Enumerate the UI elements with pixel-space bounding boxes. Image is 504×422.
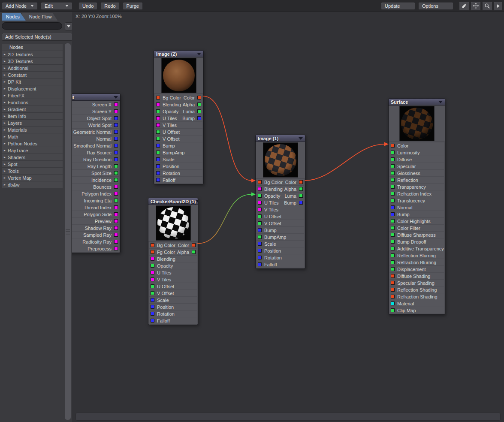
port-checkerboard2d-falloff-input[interactable] <box>151 319 154 323</box>
port-surface-color-highlights-input[interactable] <box>391 219 395 223</box>
port-input-bounces-output[interactable] <box>114 185 118 189</box>
port-image2-u-tiles-input[interactable] <box>156 116 160 120</box>
port-image1-v-tiles-input[interactable] <box>258 208 262 211</box>
port-surface-refraction-shading-input[interactable] <box>391 295 395 298</box>
port-input-preprocess-output[interactable] <box>114 247 118 250</box>
node-title-image2[interactable]: Image (2) <box>154 51 203 57</box>
port-surface-clip-map-input[interactable] <box>391 308 395 312</box>
port-image2-blending-input[interactable] <box>156 102 160 106</box>
port-surface-bump-input[interactable] <box>391 212 395 216</box>
port-surface-reflection-blurring-input[interactable] <box>391 253 395 257</box>
port-checkerboard2d-opacity-input[interactable] <box>151 264 154 268</box>
port-surface-diffuse-input[interactable] <box>391 157 395 161</box>
node-title-surface[interactable]: Surface <box>389 99 445 106</box>
port-image2-position-input[interactable] <box>156 164 160 168</box>
port-surface-reflection-input[interactable] <box>391 178 395 182</box>
tab-node-flow[interactable]: Node Flow <box>22 13 58 21</box>
port-image2-rotation-input[interactable] <box>156 171 160 175</box>
port-checkerboard2d-color-output[interactable] <box>192 243 196 247</box>
sidebar-item-displacement[interactable]: ►Displacement <box>2 85 63 92</box>
port-checkerboard2d-u-tiles-input[interactable] <box>151 271 154 274</box>
port-surface-color-filter-input[interactable] <box>391 226 395 230</box>
port-image2-bump-output[interactable] <box>197 116 201 120</box>
port-image1-bumpamp-input[interactable] <box>258 235 262 239</box>
port-image1-luma-output[interactable] <box>299 194 303 198</box>
pan-tool-button[interactable] <box>471 1 481 11</box>
sidebar-item-additional[interactable]: ►Additional <box>2 65 63 71</box>
port-image2-opacity-input[interactable] <box>156 109 160 113</box>
port-image2-scale-input[interactable] <box>156 157 160 161</box>
sidebar-item-shaders[interactable]: ►Shaders <box>2 154 63 160</box>
port-image1-u-offset-input[interactable] <box>258 214 262 218</box>
port-checkerboard2d-bg-color-input[interactable] <box>151 243 154 247</box>
port-surface-diffuse-sharpness-input[interactable] <box>391 233 395 237</box>
port-image1-blending-input[interactable] <box>258 187 262 191</box>
sidebar-item-constant[interactable]: ►Constant <box>2 72 63 78</box>
port-checkerboard2d-fg-color-input[interactable] <box>151 250 154 254</box>
port-input-ray-source-output[interactable] <box>114 151 118 154</box>
port-surface-bump-dropoff-input[interactable] <box>391 240 395 244</box>
port-surface-transparency-input[interactable] <box>391 185 395 189</box>
canvas-horizontal-scrollbar[interactable] <box>75 413 501 421</box>
port-image2-v-tiles-input[interactable] <box>156 123 160 127</box>
sidebar-item-math[interactable]: ►Math <box>2 133 63 140</box>
sidebar-item-materials[interactable]: ►Materials <box>2 127 63 133</box>
port-image1-scale-input[interactable] <box>258 242 262 246</box>
port-input-geometric-normal-output[interactable] <box>114 130 118 134</box>
port-image1-falloff-input[interactable] <box>258 262 262 266</box>
port-image2-u-offset-input[interactable] <box>156 130 160 134</box>
port-image1-rotation-input[interactable] <box>258 256 262 259</box>
node-title-image1[interactable]: Image (1) <box>256 135 305 142</box>
sidebar-item-3d-textures[interactable]: ►3D Textures <box>2 58 63 64</box>
port-input-ray-direction-output[interactable] <box>114 157 118 161</box>
port-image1-v-offset-input[interactable] <box>258 221 262 225</box>
port-surface-reflection-shading-input[interactable] <box>391 288 395 292</box>
sidebar-item-python-nodes[interactable]: ►Python Nodes <box>2 140 63 147</box>
port-input-screen-x-output[interactable] <box>114 102 118 106</box>
node-title-checkerboard2d[interactable]: CheckerBoard2D (1) <box>148 198 198 205</box>
port-checkerboard2d-blending-input[interactable] <box>151 257 154 261</box>
port-checkerboard2d-v-tiles-input[interactable] <box>151 277 154 281</box>
port-surface-glossiness-input[interactable] <box>391 171 395 175</box>
port-input-normal-output[interactable] <box>114 137 118 141</box>
sidebar-item-raytrace[interactable]: ►RayTrace <box>2 147 63 154</box>
port-image1-alpha-output[interactable] <box>299 187 303 191</box>
port-image1-bump-output[interactable] <box>299 201 303 205</box>
port-image2-color-output[interactable] <box>197 96 201 99</box>
port-checkerboard2d-v-offset-input[interactable] <box>151 291 154 295</box>
port-input-ray-length-output[interactable] <box>114 164 118 168</box>
sidebar-item-item-info[interactable]: ►Item Info <box>2 113 63 119</box>
port-input-polygon-side-output[interactable] <box>114 212 118 216</box>
port-surface-diffuse-shading-input[interactable] <box>391 274 395 278</box>
add-selected-nodes-button[interactable]: Add Selected Node(s) <box>2 33 72 41</box>
port-checkerboard2d-position-input[interactable] <box>151 305 154 309</box>
port-surface-normal-input[interactable] <box>391 205 395 209</box>
port-image2-alpha-output[interactable] <box>197 102 201 106</box>
port-surface-luminosity-input[interactable] <box>391 151 395 154</box>
port-image2-bump-input[interactable] <box>156 144 160 148</box>
port-image1-color-output[interactable] <box>299 180 303 184</box>
port-image1-bump-input[interactable] <box>258 228 262 232</box>
options-button[interactable]: Options <box>418 2 453 10</box>
port-input-thread-index-output[interactable] <box>114 205 118 209</box>
sidebar-item-tools[interactable]: ►Tools <box>2 168 63 174</box>
undo-button[interactable]: Undo <box>78 2 97 10</box>
sidebar-item-vertex-map[interactable]: ►Vertex Map <box>2 175 63 181</box>
port-surface-specular-input[interactable] <box>391 164 395 168</box>
port-image2-v-offset-input[interactable] <box>156 137 160 141</box>
port-input-screen-y-output[interactable] <box>114 109 118 113</box>
sidebar-item-db-w[interactable]: ►db&w <box>2 181 63 188</box>
port-surface-color-input[interactable] <box>391 144 395 148</box>
port-image2-bumpamp-input[interactable] <box>156 151 160 154</box>
node-title-input[interactable]: Input <box>72 94 120 101</box>
sidebar-item-spot[interactable]: ►Spot <box>2 161 63 167</box>
port-input-world-spot-output[interactable] <box>114 123 118 127</box>
search-dropdown-button[interactable] <box>65 22 72 30</box>
port-input-shadow-ray-output[interactable] <box>114 226 118 230</box>
port-surface-refraction-blurring-input[interactable] <box>391 260 395 264</box>
port-image1-opacity-input[interactable] <box>258 194 262 198</box>
port-input-sampled-ray-output[interactable] <box>114 233 118 237</box>
port-surface-translucency-input[interactable] <box>391 199 395 202</box>
port-surface-displacement-input[interactable] <box>391 267 395 271</box>
port-checkerboard2d-alpha-output[interactable] <box>192 250 196 254</box>
